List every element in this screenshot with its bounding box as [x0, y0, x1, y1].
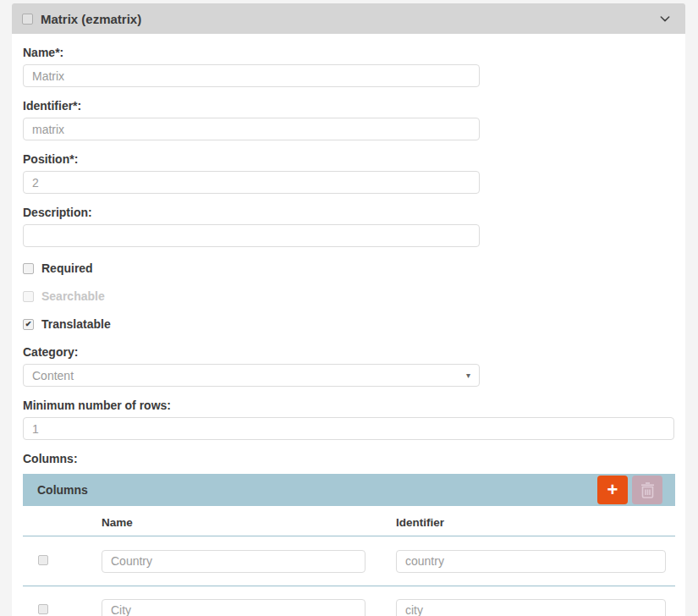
position-label: Position*: — [23, 152, 674, 166]
columns-table-header: Name Identifier — [23, 506, 675, 536]
name-column-header: Name — [102, 516, 396, 529]
delete-column-button[interactable] — [632, 476, 662, 504]
column-name-input[interactable] — [102, 550, 365, 573]
column-identifier-input[interactable] — [396, 599, 666, 616]
column-identifier-input[interactable] — [396, 550, 666, 573]
name-input[interactable] — [23, 64, 480, 87]
trash-icon — [640, 482, 655, 498]
description-field: Description: — [23, 206, 674, 247]
min-rows-input[interactable] — [23, 417, 674, 440]
identifier-label: Identifier*: — [23, 99, 674, 113]
chevron-down-icon — [658, 12, 672, 25]
collapse-toggle[interactable] — [658, 12, 672, 25]
row-select-checkbox[interactable] — [38, 604, 48, 614]
columns-panel: Columns + Name Identifier — [23, 474, 675, 616]
category-selected-value: Content — [32, 369, 74, 382]
field-definition-title: Matrix (ezmatrix) — [41, 12, 651, 26]
field-definition-header[interactable]: Matrix (ezmatrix) — [12, 3, 685, 34]
identifier-input[interactable] — [23, 118, 480, 140]
identifier-field: Identifier*: — [23, 99, 674, 140]
description-input[interactable] — [23, 224, 480, 247]
translatable-checkbox-row[interactable]: Translatable — [23, 317, 674, 331]
field-definition-card: Matrix (ezmatrix) Name*: Identifier*: Po… — [12, 3, 685, 616]
description-label: Description: — [23, 206, 674, 219]
category-select[interactable]: Content ▾ — [23, 364, 480, 387]
row-select-checkbox[interactable] — [38, 555, 48, 565]
columns-panel-title: Columns — [37, 483, 597, 497]
add-column-button[interactable]: + — [597, 476, 628, 504]
translatable-label: Translatable — [41, 317, 111, 331]
table-row — [23, 586, 675, 616]
columns-section-label: Columns: — [23, 452, 674, 465]
name-label: Name*: — [23, 46, 674, 59]
searchable-checkbox — [23, 291, 34, 302]
field-select-checkbox[interactable] — [22, 14, 33, 25]
position-field: Position*: — [23, 152, 674, 194]
category-field: Category: Content ▾ — [23, 345, 674, 387]
required-label: Required — [41, 261, 93, 275]
searchable-label: Searchable — [41, 289, 105, 303]
name-field: Name*: — [23, 46, 674, 87]
searchable-checkbox-row: Searchable — [23, 289, 674, 303]
category-label: Category: — [23, 345, 674, 359]
required-checkbox-row[interactable]: Required — [23, 261, 674, 275]
identifier-column-header: Identifier — [396, 516, 675, 529]
dropdown-arrow-icon: ▾ — [466, 371, 470, 380]
columns-panel-header: Columns + — [23, 474, 675, 506]
min-rows-field: Minimum number of rows: — [23, 399, 674, 440]
table-row — [23, 536, 675, 586]
required-checkbox[interactable] — [23, 263, 34, 274]
field-definition-body: Name*: Identifier*: Position*: Descripti… — [12, 34, 685, 616]
column-name-input[interactable] — [102, 599, 365, 616]
min-rows-label: Minimum number of rows: — [23, 399, 674, 412]
translatable-checkbox[interactable] — [23, 319, 34, 330]
position-input[interactable] — [23, 171, 480, 194]
